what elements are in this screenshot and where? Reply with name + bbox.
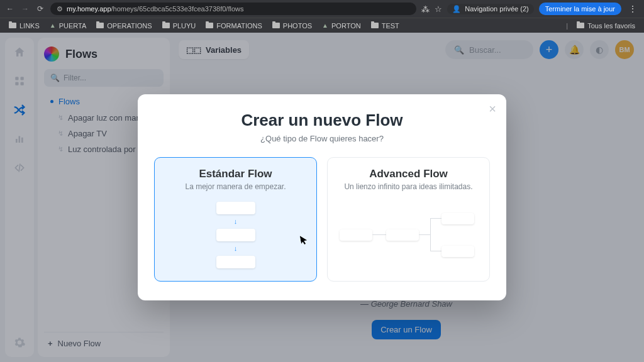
modal-title: Crear un nuevo Flow bbox=[154, 111, 490, 130]
url-text: my.homey.app/homeys/65cdbca5c533e3fcea37… bbox=[67, 5, 244, 13]
back-button[interactable]: ← bbox=[5, 4, 15, 14]
bookmark-all-favorites[interactable]: Tous les favoris bbox=[574, 21, 638, 31]
create-flow-modal: × Crear un nuevo Flow ¿Qué tipo de Flow … bbox=[138, 94, 506, 300]
bookmark-operations[interactable]: OPERATIONS bbox=[94, 21, 154, 31]
bookmark-links[interactable]: LINKS bbox=[6, 21, 42, 31]
folder-icon bbox=[206, 23, 213, 28]
advanced-flow-thumb bbox=[335, 197, 482, 272]
advanced-flow-card[interactable]: Advanced Flow Un lienzo infinito para id… bbox=[327, 157, 490, 282]
folder-icon bbox=[577, 23, 584, 28]
standard-flow-card[interactable]: Estándar Flow La mejor manera de empezar… bbox=[154, 157, 317, 282]
address-bar[interactable]: ⚙ my.homey.app/homeys/65cdbca5c533e3fcea… bbox=[50, 3, 416, 15]
modal-subtitle: ¿Qué tipo de Flow quieres hacer? bbox=[154, 134, 490, 143]
bookmark-photos[interactable]: PHOTOS bbox=[270, 21, 314, 31]
divider: | bbox=[566, 22, 568, 30]
modal-overlay[interactable]: × Crear un nuevo Flow ¿Qué tipo de Flow … bbox=[0, 33, 644, 362]
bookmark-test[interactable]: TEST bbox=[369, 21, 402, 31]
bookmark-formations[interactable]: FORMATIONS bbox=[203, 21, 265, 31]
porton-icon: ▲ bbox=[322, 22, 328, 29]
bookmarks-bar: LINKS ▲PUERTA OPERATIONS PLUYU FORMATION… bbox=[0, 18, 644, 33]
standard-flow-thumb: ↓ ↓ bbox=[162, 197, 309, 272]
folder-icon bbox=[371, 23, 379, 28]
bookmark-porton[interactable]: ▲PORTON bbox=[319, 21, 364, 31]
translate-icon[interactable]: ⁂ bbox=[421, 4, 430, 14]
star-icon[interactable]: ☆ bbox=[435, 4, 442, 14]
incognito-icon: 👤 bbox=[452, 5, 461, 13]
incognito-indicator: 👤 Navigation privée (2) bbox=[447, 4, 534, 14]
bookmark-pluyu[interactable]: PLUYU bbox=[160, 21, 199, 31]
reload-button[interactable]: ⟳ bbox=[35, 4, 45, 14]
update-button[interactable]: Terminer la mise à jour bbox=[539, 3, 621, 15]
browser-menu-button[interactable]: ⋮ bbox=[626, 4, 639, 14]
folder-icon bbox=[9, 23, 16, 28]
card-title: Advanced Flow bbox=[335, 168, 482, 180]
bookmark-puerta[interactable]: ▲PUERTA bbox=[47, 21, 89, 31]
cursor-icon bbox=[300, 234, 309, 246]
site-lock-icon: ⚙ bbox=[57, 5, 63, 13]
forward-button[interactable]: → bbox=[20, 4, 30, 14]
folder-icon bbox=[96, 23, 104, 28]
folder-icon bbox=[272, 23, 280, 28]
close-button[interactable]: × bbox=[489, 102, 496, 116]
card-subtitle: Un lienzo infinito para ideas ilimitadas… bbox=[335, 182, 482, 191]
close-icon: × bbox=[489, 102, 496, 116]
card-title: Estándar Flow bbox=[162, 168, 309, 180]
folder-icon bbox=[162, 23, 170, 28]
puerta-icon: ▲ bbox=[50, 22, 56, 29]
card-subtitle: La mejor manera de empezar. bbox=[162, 182, 309, 191]
